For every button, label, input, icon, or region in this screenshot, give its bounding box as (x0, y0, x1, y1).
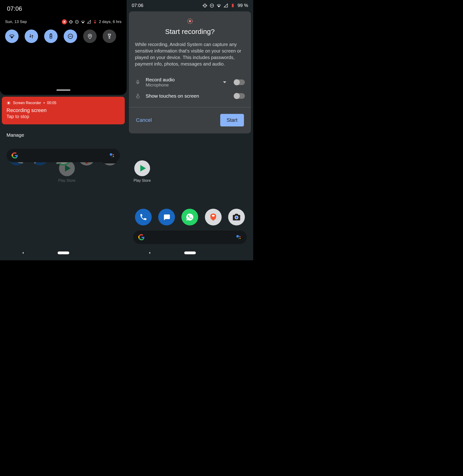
svg-point-1 (110, 153, 112, 156)
svg-point-2 (113, 154, 114, 155)
manage-notifications-button[interactable]: Manage (0, 124, 127, 146)
google-search-bar (7, 149, 120, 162)
dock-brave-icon (78, 149, 95, 165)
svg-rect-12 (50, 34, 51, 34)
notification-elapsed: 00:05 (47, 101, 56, 105)
recording-indicator-icon (62, 19, 67, 24)
qs-tile-wifi[interactable] (5, 29, 18, 43)
show-touches-toggle[interactable] (234, 93, 245, 99)
svg-rect-10 (95, 22, 96, 23)
svg-point-15 (109, 36, 110, 37)
home-pill[interactable] (184, 251, 196, 254)
svg-point-26 (236, 235, 239, 238)
dock-phone-icon[interactable] (135, 209, 152, 225)
google-search-bar[interactable] (133, 231, 247, 244)
qs-tile-data[interactable] (25, 29, 38, 43)
record-audio-row[interactable]: Record audio Microphone (129, 74, 251, 90)
dock (0, 149, 127, 228)
record-audio-source: Microphone (146, 82, 218, 88)
screen-notification-shade: Play Store 07:06 Sun, 13 Sep (0, 0, 127, 260)
status-time: 07:06 (132, 3, 143, 8)
svg-point-22 (189, 20, 191, 22)
vibrate-icon (203, 3, 207, 8)
battery-percent-text: 99 % (237, 3, 248, 8)
show-touches-label: Show touches on screen (146, 93, 229, 99)
signal-status-icon (87, 20, 91, 24)
qs-date: Sun, 13 Sep (5, 19, 27, 24)
battery-status-icon (93, 20, 97, 24)
notification-header: Screen Recorder • 00:05 (7, 101, 120, 105)
svg-point-5 (64, 21, 65, 23)
qs-tiles (0, 27, 127, 48)
navbar (0, 248, 127, 258)
start-button[interactable]: Start (220, 114, 244, 126)
dialog-body: While recording, Android System can capt… (129, 41, 251, 67)
qs-tile-battery-saver[interactable] (44, 29, 58, 43)
dialog-header-icon (129, 17, 251, 28)
svg-rect-24 (137, 80, 138, 83)
svg-rect-20 (232, 3, 233, 4)
qs-tile-flashlight[interactable] (103, 29, 116, 43)
play-store-icon (134, 160, 150, 176)
dock-messages-icon (32, 149, 48, 165)
dropdown-caret-icon[interactable] (223, 81, 226, 83)
back-icon[interactable] (148, 251, 152, 255)
dock-brave-icon[interactable] (205, 209, 222, 225)
panel-drag-handle[interactable] (56, 90, 70, 91)
dnd-status-icon (210, 3, 214, 8)
svg-point-0 (108, 156, 112, 160)
vibrate-icon (69, 20, 73, 24)
svg-point-29 (238, 238, 239, 239)
home-pill[interactable] (58, 251, 69, 254)
cancel-button[interactable]: Cancel (136, 117, 152, 123)
play-store-icon (59, 160, 75, 176)
microphone-icon (135, 80, 141, 85)
show-touches-row[interactable]: Show touches on screen (129, 90, 251, 102)
google-g-icon (138, 234, 145, 241)
qs-tile-dnd[interactable] (64, 29, 77, 43)
google-g-icon (12, 152, 18, 159)
dock-whatsapp-icon (55, 149, 71, 165)
svg-rect-9 (95, 20, 95, 21)
start-recording-dialog: Start recording? While recording, Androi… (129, 11, 251, 133)
svg-point-25 (235, 216, 238, 219)
dock-camera-icon[interactable] (228, 209, 245, 225)
svg-point-14 (89, 35, 90, 36)
dock (127, 209, 253, 228)
play-store-label: Play Store (134, 179, 151, 183)
quick-settings-panel: 07:06 Sun, 13 Sep 2 days, 6 hrs (0, 0, 127, 95)
svg-point-28 (240, 238, 240, 239)
battery-hint-text: 2 days, 6 hrs (99, 19, 122, 24)
qs-tile-location[interactable] (83, 29, 97, 43)
record-audio-label: Record audio (146, 77, 218, 82)
status-time: 07:06 (0, 0, 127, 14)
navbar (127, 248, 253, 258)
battery-status-icon (231, 3, 235, 8)
play-store-shortcut: Play Store (7, 160, 127, 260)
dock-whatsapp-icon[interactable] (181, 209, 198, 225)
wifi-status-icon (216, 3, 221, 8)
svg-point-16 (8, 102, 9, 104)
record-audio-toggle[interactable] (234, 80, 245, 85)
status-bar: 07:06 99 % (127, 0, 253, 9)
recording-badge-icon (7, 101, 11, 105)
notification-app-name: Screen Recorder (13, 101, 41, 105)
play-store-label: Play Store (7, 179, 127, 183)
svg-point-4 (112, 156, 112, 157)
play-store-shortcut[interactable]: Play Store (134, 160, 151, 183)
dock-phone-icon (8, 149, 25, 165)
recording-notification[interactable]: Screen Recorder • 00:05 Recording screen… (2, 97, 125, 124)
notification-subtitle: Tap to stop (7, 114, 120, 119)
dialog-title: Start recording? (129, 28, 251, 36)
back-icon[interactable] (21, 251, 25, 255)
signal-status-icon (223, 3, 228, 8)
svg-point-27 (239, 236, 241, 237)
dnd-status-icon (75, 20, 79, 24)
dock-messages-icon[interactable] (158, 209, 175, 225)
screen-record-dialog: 07:06 99 % Start recording? While record… (127, 0, 253, 260)
dock-camera-icon (101, 149, 118, 165)
notification-title: Recording screen (7, 107, 120, 113)
assistant-icon (236, 234, 242, 240)
assistant-icon (109, 153, 115, 159)
qs-header: Sun, 13 Sep 2 days, 6 hrs (0, 14, 127, 27)
